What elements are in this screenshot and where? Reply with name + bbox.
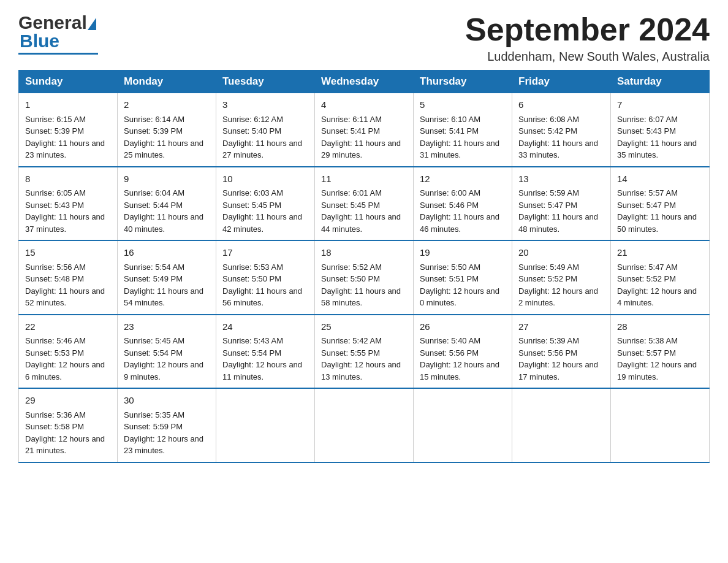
day-info: Sunrise: 5:43 AMSunset: 5:54 PMDaylight:… (222, 336, 302, 381)
month-title: September 2024 (465, 12, 710, 47)
calendar-cell: 4Sunrise: 6:11 AMSunset: 5:41 PMDaylight… (315, 93, 414, 167)
day-info: Sunrise: 5:52 AMSunset: 5:50 PMDaylight:… (321, 262, 401, 308)
day-info: Sunrise: 6:04 AMSunset: 5:44 PMDaylight:… (124, 188, 203, 234)
day-number: 4 (321, 98, 407, 112)
calendar-cell: 29Sunrise: 5:36 AMSunset: 5:58 PMDayligh… (19, 388, 118, 462)
day-number: 3 (222, 98, 308, 112)
calendar-cell: 15Sunrise: 5:56 AMSunset: 5:48 PMDayligh… (19, 240, 118, 315)
day-info: Sunrise: 5:54 AMSunset: 5:49 PMDaylight:… (124, 262, 203, 308)
day-number: 25 (321, 320, 407, 334)
calendar-cell: 17Sunrise: 5:53 AMSunset: 5:50 PMDayligh… (216, 240, 315, 315)
day-number: 17 (222, 246, 308, 260)
day-number: 16 (124, 246, 210, 260)
calendar-cell: 8Sunrise: 6:05 AMSunset: 5:43 PMDaylight… (19, 167, 118, 241)
day-info: Sunrise: 5:36 AMSunset: 5:58 PMDaylight:… (25, 410, 105, 456)
day-number: 9 (124, 172, 210, 186)
day-number: 24 (222, 320, 308, 334)
calendar-cell: 6Sunrise: 6:08 AMSunset: 5:42 PMDaylight… (512, 93, 611, 167)
calendar-cell: 24Sunrise: 5:43 AMSunset: 5:54 PMDayligh… (216, 315, 315, 389)
calendar-cell: 10Sunrise: 6:03 AMSunset: 5:45 PMDayligh… (216, 167, 315, 241)
day-number: 21 (617, 246, 703, 260)
location-title: Luddenham, New South Wales, Australia (465, 50, 710, 64)
calendar-cell: 21Sunrise: 5:47 AMSunset: 5:52 PMDayligh… (611, 240, 710, 315)
day-info: Sunrise: 6:11 AMSunset: 5:41 PMDaylight:… (321, 115, 401, 160)
logo-general-text: General (18, 12, 87, 33)
column-header-thursday: Thursday (414, 71, 512, 93)
calendar-cell: 14Sunrise: 5:57 AMSunset: 5:47 PMDayligh… (611, 167, 710, 241)
calendar-table: SundayMondayTuesdayWednesdayThursdayFrid… (18, 70, 710, 463)
calendar-cell: 30Sunrise: 5:35 AMSunset: 5:59 PMDayligh… (118, 388, 216, 462)
calendar-cell: 25Sunrise: 5:42 AMSunset: 5:55 PMDayligh… (315, 315, 414, 389)
calendar-cell (414, 388, 512, 462)
calendar-week-row: 8Sunrise: 6:05 AMSunset: 5:43 PMDaylight… (19, 167, 710, 241)
day-number: 7 (617, 98, 703, 112)
day-info: Sunrise: 5:50 AMSunset: 5:51 PMDaylight:… (420, 262, 499, 308)
day-info: Sunrise: 6:05 AMSunset: 5:43 PMDaylight:… (25, 188, 105, 234)
title-section: September 2024 Luddenham, New South Wale… (465, 12, 710, 64)
day-number: 26 (420, 320, 506, 334)
logo-triangle-icon (88, 18, 96, 30)
day-info: Sunrise: 5:59 AMSunset: 5:47 PMDaylight:… (518, 188, 598, 234)
day-info: Sunrise: 6:08 AMSunset: 5:42 PMDaylight:… (518, 115, 598, 160)
day-info: Sunrise: 5:42 AMSunset: 5:55 PMDaylight:… (321, 336, 401, 381)
column-header-wednesday: Wednesday (315, 71, 414, 93)
calendar-cell: 13Sunrise: 5:59 AMSunset: 5:47 PMDayligh… (512, 167, 611, 241)
day-info: Sunrise: 5:39 AMSunset: 5:56 PMDaylight:… (518, 336, 598, 381)
logo-blue-text: Blue (18, 31, 59, 52)
calendar-cell (216, 388, 315, 462)
day-info: Sunrise: 5:49 AMSunset: 5:52 PMDaylight:… (518, 262, 598, 308)
day-info: Sunrise: 6:00 AMSunset: 5:46 PMDaylight:… (420, 188, 499, 234)
day-number: 11 (321, 172, 407, 186)
calendar-cell: 23Sunrise: 5:45 AMSunset: 5:54 PMDayligh… (118, 315, 216, 389)
day-info: Sunrise: 6:12 AMSunset: 5:40 PMDaylight:… (222, 115, 302, 160)
calendar-cell: 16Sunrise: 5:54 AMSunset: 5:49 PMDayligh… (118, 240, 216, 315)
day-number: 8 (25, 172, 111, 186)
day-number: 10 (222, 172, 308, 186)
day-info: Sunrise: 6:01 AMSunset: 5:45 PMDaylight:… (321, 188, 401, 234)
column-header-friday: Friday (512, 71, 611, 93)
day-number: 30 (124, 394, 210, 408)
calendar-cell: 3Sunrise: 6:12 AMSunset: 5:40 PMDaylight… (216, 93, 315, 167)
calendar-cell (315, 388, 414, 462)
day-number: 28 (617, 320, 703, 334)
day-number: 27 (518, 320, 604, 334)
page-header: General Blue September 2024 Luddenham, N… (18, 12, 710, 64)
day-info: Sunrise: 5:46 AMSunset: 5:53 PMDaylight:… (25, 336, 105, 381)
day-info: Sunrise: 6:07 AMSunset: 5:43 PMDaylight:… (617, 115, 697, 160)
day-number: 6 (518, 98, 604, 112)
day-number: 15 (25, 246, 111, 260)
calendar-cell: 22Sunrise: 5:46 AMSunset: 5:53 PMDayligh… (19, 315, 118, 389)
day-number: 29 (25, 394, 111, 408)
day-number: 1 (25, 98, 111, 112)
calendar-header-row: SundayMondayTuesdayWednesdayThursdayFrid… (19, 71, 710, 93)
column-header-saturday: Saturday (611, 71, 710, 93)
calendar-cell: 9Sunrise: 6:04 AMSunset: 5:44 PMDaylight… (118, 167, 216, 241)
day-number: 23 (124, 320, 210, 334)
day-number: 13 (518, 172, 604, 186)
calendar-cell: 5Sunrise: 6:10 AMSunset: 5:41 PMDaylight… (414, 93, 512, 167)
day-info: Sunrise: 5:56 AMSunset: 5:48 PMDaylight:… (25, 262, 105, 308)
calendar-cell: 11Sunrise: 6:01 AMSunset: 5:45 PMDayligh… (315, 167, 414, 241)
calendar-cell: 28Sunrise: 5:38 AMSunset: 5:57 PMDayligh… (611, 315, 710, 389)
day-number: 22 (25, 320, 111, 334)
calendar-cell: 19Sunrise: 5:50 AMSunset: 5:51 PMDayligh… (414, 240, 512, 315)
calendar-cell: 18Sunrise: 5:52 AMSunset: 5:50 PMDayligh… (315, 240, 414, 315)
day-info: Sunrise: 6:03 AMSunset: 5:45 PMDaylight:… (222, 188, 302, 234)
calendar-cell: 1Sunrise: 6:15 AMSunset: 5:39 PMDaylight… (19, 93, 118, 167)
day-info: Sunrise: 5:57 AMSunset: 5:47 PMDaylight:… (617, 188, 697, 234)
calendar-cell (611, 388, 710, 462)
day-info: Sunrise: 5:38 AMSunset: 5:57 PMDaylight:… (617, 336, 697, 381)
calendar-week-row: 15Sunrise: 5:56 AMSunset: 5:48 PMDayligh… (19, 240, 710, 315)
calendar-cell: 12Sunrise: 6:00 AMSunset: 5:46 PMDayligh… (414, 167, 512, 241)
day-info: Sunrise: 6:14 AMSunset: 5:39 PMDaylight:… (124, 115, 203, 160)
logo: General Blue (18, 12, 98, 55)
day-number: 14 (617, 172, 703, 186)
calendar-cell (512, 388, 611, 462)
column-header-tuesday: Tuesday (216, 71, 315, 93)
calendar-cell: 27Sunrise: 5:39 AMSunset: 5:56 PMDayligh… (512, 315, 611, 389)
logo-underline (18, 53, 98, 55)
day-number: 20 (518, 246, 604, 260)
calendar-cell: 2Sunrise: 6:14 AMSunset: 5:39 PMDaylight… (118, 93, 216, 167)
calendar-week-row: 22Sunrise: 5:46 AMSunset: 5:53 PMDayligh… (19, 315, 710, 389)
column-header-monday: Monday (118, 71, 216, 93)
